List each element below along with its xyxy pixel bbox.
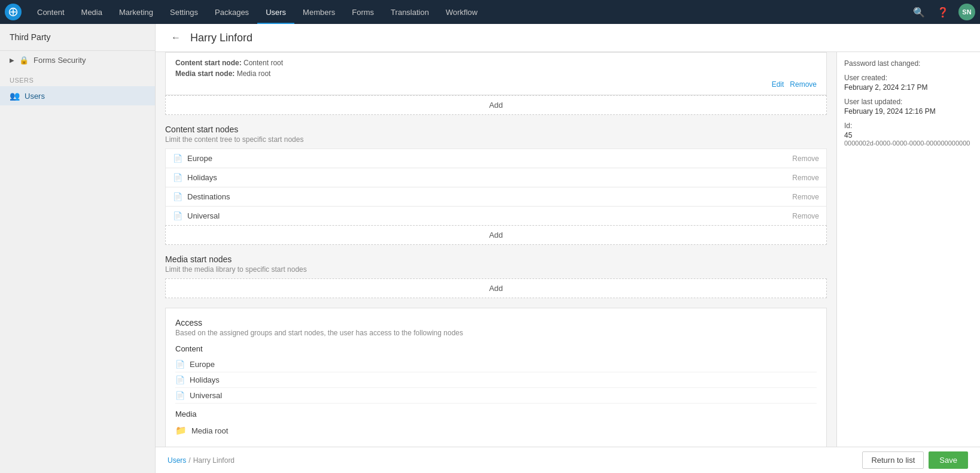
back-button[interactable]: ← [168,31,184,44]
content-start-node-value: Content root [244,59,283,67]
id-label: Id: [844,122,973,130]
help-button[interactable]: ❓ [935,4,951,20]
return-to-list-button[interactable]: Return to list [862,451,924,469]
nav-settings[interactable]: Settings [162,0,206,24]
doc-icon: 📄 [173,211,182,220]
sidebar-item-users[interactable]: 👥 Users [0,86,155,105]
add-group-button[interactable]: Add [165,95,827,115]
search-button[interactable]: 🔍 [911,4,927,20]
password-changed-section: Password last changed: [844,59,973,68]
breadcrumb-separator: / [188,456,190,465]
remove-holidays-button[interactable]: Remove [792,174,819,182]
access-media-label: Media [175,410,817,419]
add-media-node-label: Add [489,284,503,293]
folder-icon: 📁 [175,425,187,436]
nav-forms[interactable]: Forms [343,0,382,24]
user-created-value: February 2, 2024 2:17 PM [844,83,973,92]
node-universal-left: 📄 Universal [173,211,220,220]
forms-security-label: Forms Security [34,56,86,65]
breadcrumb-users-link[interactable]: Users [168,456,186,465]
nav-right: 🔍 ❓ SN [911,4,975,20]
app-logo[interactable] [5,4,22,20]
node-destinations-name: Destinations [187,192,230,201]
media-start-nodes-title: Media start nodes [165,254,827,264]
nav-members[interactable]: Members [294,0,343,24]
remove-link-top[interactable]: Remove [790,80,817,89]
add-group-label: Add [489,101,503,110]
node-row: 📄 Universal Remove [165,206,827,225]
doc-icon: 📄 [173,173,182,182]
nav-marketing[interactable]: Marketing [111,0,162,24]
nav-translation[interactable]: Translation [382,0,437,24]
sidebar: Third Party ▶ 🔒 Forms Security Users 👥 U… [0,24,156,473]
user-updated-value: February 19, 2024 12:16 PM [844,107,973,116]
add-content-node-label: Add [489,231,503,239]
user-created-label: User created: [844,74,973,82]
access-content-label: Content [175,344,817,353]
node-europe-name: Europe [187,154,212,163]
content-start-node-label: Content start node: [175,59,242,67]
node-universal-name: Universal [187,211,220,220]
remove-europe-button[interactable]: Remove [792,154,819,163]
forms-security-icon: 🔒 [19,56,29,65]
nav-content[interactable]: Content [29,0,73,24]
main-layout: Third Party ▶ 🔒 Forms Security Users 👥 U… [0,24,980,473]
doc-icon: 📄 [175,360,185,369]
nav-users[interactable]: Users [257,0,294,24]
user-created-section: User created: February 2, 2024 2:17 PM [844,74,973,92]
node-europe-left: 📄 Europe [173,154,212,163]
id-value: 45 [844,131,973,140]
bottom-bar: Users / Harry Linford Return to list Sav… [156,447,980,473]
doc-icon: 📄 [173,154,182,163]
add-content-node-button[interactable]: Add [165,225,827,245]
node-row: 📄 Holidays Remove [165,168,827,187]
access-media-root-name: Media root [191,426,228,435]
media-start-nodes-description: Limit the media library to specific star… [165,265,827,274]
nav-workflow[interactable]: Workflow [437,0,486,24]
access-holidays-name: Holidays [190,375,220,384]
main-content: Content start node: Content root Media s… [156,52,836,447]
node-row: 📄 Europe Remove [165,148,827,168]
access-europe-row: 📄 Europe [175,357,817,372]
remove-universal-button[interactable]: Remove [792,212,819,220]
media-start-nodes-header: Media start nodes Limit the media librar… [165,254,827,274]
scroll-content: Content start node: Content root Media s… [156,52,980,447]
node-row: 📄 Destinations Remove [165,187,827,206]
content-start-nodes-description: Limit the content tree to specific start… [165,135,827,144]
access-universal-row: 📄 Universal [175,388,817,404]
save-button[interactable]: Save [929,451,968,469]
add-media-node-button[interactable]: Add [165,278,827,298]
media-start-node-row: Media start node: Media root [175,69,817,78]
id-section: Id: 45 0000002d-0000-0000-0000-000000000… [844,122,973,147]
password-changed-label: Password last changed: [844,59,973,68]
access-media-root-row: 📁 Media root [175,422,817,439]
media-start-node-value: Media root [237,69,271,78]
breadcrumb: Users / Harry Linford [168,456,235,465]
sidebar-users-label: Users [25,92,45,101]
remove-destinations-button[interactable]: Remove [792,193,819,201]
user-updated-label: User last updated: [844,98,973,106]
node-destinations-left: 📄 Destinations [173,192,230,201]
access-europe-name: Europe [190,360,215,369]
node-holidays-name: Holidays [187,173,217,182]
nav-media[interactable]: Media [73,0,111,24]
top-info-section: Content start node: Content root Media s… [165,52,827,95]
sidebar-forms-security[interactable]: ▶ 🔒 Forms Security [0,51,155,69]
bottom-actions: Return to list Save [862,451,968,469]
page-header: ← Harry Linford [156,24,980,52]
nav-items: Content Media Marketing Settings Package… [29,0,911,24]
users-icon: 👥 [10,91,20,101]
content-start-nodes-title: Content start nodes [165,125,827,134]
edit-remove-row: Edit Remove [175,80,817,89]
media-start-node-label: Media start node: [175,69,235,78]
user-avatar[interactable]: SN [958,4,975,20]
access-universal-name: Universal [190,391,222,400]
nav-packages[interactable]: Packages [206,0,257,24]
breadcrumb-current: Harry Linford [193,456,235,465]
top-navigation: Content Media Marketing Settings Package… [0,0,980,24]
content-start-node-row: Content start node: Content root [175,59,817,67]
doc-icon: 📄 [175,375,185,384]
access-section: Access Based on the assigned groups and … [165,308,827,447]
edit-link[interactable]: Edit [772,80,784,89]
users-section-label: Users [0,69,155,86]
